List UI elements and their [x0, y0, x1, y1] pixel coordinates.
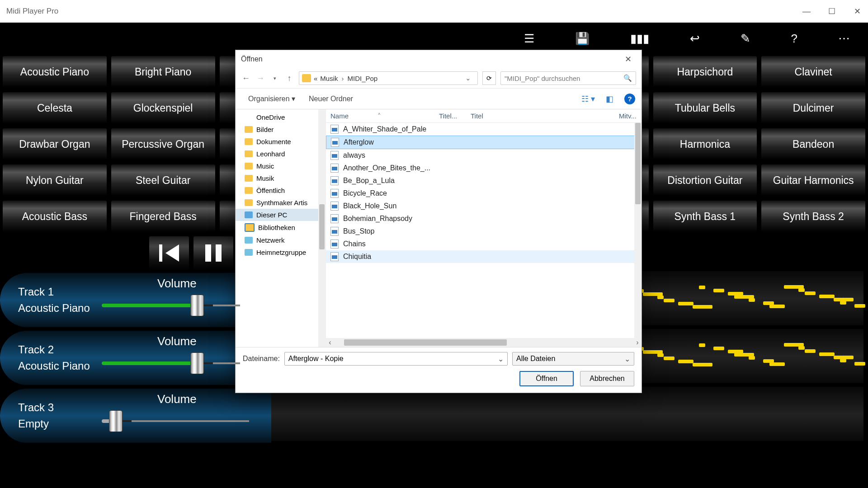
tree-item[interactable]: Bilder: [236, 123, 326, 136]
tree-item[interactable]: Öffentlich: [236, 184, 326, 197]
nav-history-icon[interactable]: ▾: [270, 75, 280, 81]
midi-note: [657, 296, 664, 299]
tree-item[interactable]: Bibliotheken: [236, 221, 326, 234]
instrument-button[interactable]: Glockenspiel: [111, 92, 215, 124]
instrument-button[interactable]: Nylon Guitar: [3, 164, 107, 196]
skip-back-button[interactable]: [149, 236, 189, 270]
tree-item[interactable]: Music: [236, 160, 326, 172]
view-mode-icon[interactable]: ☷ ▾: [581, 94, 595, 104]
new-folder-button[interactable]: Neuer Ordner: [309, 95, 353, 103]
file-row[interactable]: Chiquitia: [326, 250, 642, 263]
maximize-icon[interactable]: ☐: [827, 6, 836, 16]
chevron-down-icon[interactable]: ⌄: [465, 74, 471, 82]
nav-up-icon[interactable]: ↑: [284, 74, 294, 83]
organize-menu[interactable]: Organisieren ▾: [248, 94, 295, 103]
list-view-icon[interactable]: ☰: [524, 32, 534, 46]
file-row[interactable]: Chains: [326, 238, 642, 250]
instrument-button[interactable]: Dulcimer: [761, 92, 865, 124]
more-icon[interactable]: ⋯: [838, 32, 850, 46]
col-title2[interactable]: Titel: [466, 112, 614, 120]
preview-pane-icon[interactable]: ◧: [606, 94, 613, 104]
cancel-button[interactable]: Abbrechen: [580, 371, 634, 386]
file-row[interactable]: Afterglow: [326, 136, 642, 149]
volume-label: Volume: [157, 334, 197, 348]
instrument-button[interactable]: Acoustic Piano: [3, 56, 107, 88]
crumb-item[interactable]: MIDI_Pop: [348, 75, 378, 82]
instrument-button[interactable]: Bandeon: [761, 128, 865, 160]
file-row[interactable]: A_Whiter_Shade_of_Pale: [326, 123, 642, 136]
nav-forward-icon[interactable]: →: [255, 74, 265, 83]
instrument-button[interactable]: Harpsichord: [653, 56, 757, 88]
help-icon[interactable]: ?: [791, 32, 797, 46]
dialog-close-icon[interactable]: ✕: [620, 54, 636, 64]
file-row[interactable]: Be_Bop_a_Lula: [326, 174, 642, 187]
midi-note: [699, 286, 705, 289]
track-name: Track 1: [18, 286, 90, 298]
slider-thumb[interactable]: [109, 410, 123, 432]
col-contrib[interactable]: Mitv...: [614, 112, 642, 120]
tree-item[interactable]: Synthmaker Artis: [236, 197, 326, 209]
instrument-button[interactable]: Clavinet: [761, 56, 865, 88]
minimize-icon[interactable]: —: [802, 7, 811, 16]
instrument-button[interactable]: Percussive Organ: [111, 128, 215, 160]
tree-item[interactable]: Musik: [236, 172, 326, 184]
chevron-down-icon[interactable]: ⌄: [498, 355, 504, 363]
file-row[interactable]: Black_Hole_Sun: [326, 200, 642, 212]
tree-item[interactable]: OneDrive: [236, 111, 326, 123]
library-icon[interactable]: ▮▮▮: [630, 32, 649, 46]
tree-item[interactable]: Netzwerk: [236, 234, 326, 246]
instrument-button[interactable]: Harmonica: [653, 128, 757, 160]
col-name[interactable]: Name ˄: [326, 112, 434, 120]
slider-thumb[interactable]: [190, 352, 204, 374]
instrument-button[interactable]: Guitar Harmonics: [761, 164, 865, 196]
folder-icon: [245, 175, 253, 182]
file-row[interactable]: always: [326, 149, 642, 162]
instrument-button[interactable]: Acoustic Bass: [3, 201, 107, 232]
piano-roll[interactable]: [271, 387, 863, 441]
file-row[interactable]: Another_One_Bites_the_...: [326, 162, 642, 174]
back-icon[interactable]: ↩: [690, 32, 700, 46]
instrument-button[interactable]: Tubular Bells: [653, 92, 757, 124]
instrument-button[interactable]: Steel Guitar: [111, 164, 215, 196]
instrument-button[interactable]: Synth Bass 2: [761, 201, 865, 232]
instrument-button[interactable]: Drawbar Organ: [3, 128, 107, 160]
midi-note: [854, 362, 865, 366]
refresh-icon[interactable]: ⟳: [482, 71, 496, 85]
open-button[interactable]: Öffnen: [519, 371, 574, 386]
instrument-button[interactable]: Bright Piano: [111, 56, 215, 88]
instrument-button[interactable]: Synth Bass 1: [653, 201, 757, 232]
instrument-button[interactable]: Distortion Guitar: [653, 164, 757, 196]
volume-slider[interactable]: [102, 410, 249, 432]
slider-thumb[interactable]: [190, 295, 204, 316]
volume-slider[interactable]: [102, 295, 240, 316]
search-input[interactable]: "MIDI_Pop" durchsuchen 🔍: [500, 71, 636, 85]
col-title1[interactable]: Titel...: [434, 112, 466, 120]
file-row[interactable]: Bohemian_Rhapsody: [326, 212, 642, 225]
file-row[interactable]: Bicycle_Race: [326, 187, 642, 200]
crumb-item[interactable]: Musik: [320, 75, 338, 82]
file-row[interactable]: Bus_Stop: [326, 225, 642, 238]
instrument-button[interactable]: Celesta: [3, 92, 107, 124]
file-filter-select[interactable]: Alle Dateien ⌄: [512, 352, 634, 366]
volume-label: Volume: [157, 392, 197, 406]
tree-item-label: Music: [256, 162, 274, 170]
tree-item[interactable]: Dieser PC: [236, 209, 326, 221]
nav-back-icon[interactable]: ←: [241, 74, 251, 83]
instrument-button[interactable]: Fingered Bass: [111, 201, 215, 232]
volume-slider[interactable]: [102, 352, 240, 374]
breadcrumb[interactable]: « Musik › MIDI_Pop ⌄: [299, 71, 478, 85]
close-icon[interactable]: ✕: [853, 6, 862, 16]
file-name: Bus_Stop: [343, 227, 374, 235]
save-icon[interactable]: 💾: [575, 32, 590, 46]
tree-item[interactable]: Dokumente: [236, 136, 326, 148]
horizontal-scrollbar[interactable]: ‹ ›: [326, 338, 642, 347]
dialog-help-icon[interactable]: ?: [624, 94, 635, 104]
pause-button[interactable]: [193, 236, 233, 270]
edit-icon[interactable]: ✎: [741, 32, 750, 46]
filename-input[interactable]: Afterglow - Kopie ⌄: [284, 352, 508, 366]
tree-item[interactable]: Heimnetzgruppe: [236, 246, 326, 258]
tree-scrollbar[interactable]: [318, 109, 326, 347]
vertical-scrollbar[interactable]: [634, 123, 642, 338]
folder-icon: [245, 249, 253, 256]
tree-item[interactable]: Leonhard: [236, 148, 326, 160]
